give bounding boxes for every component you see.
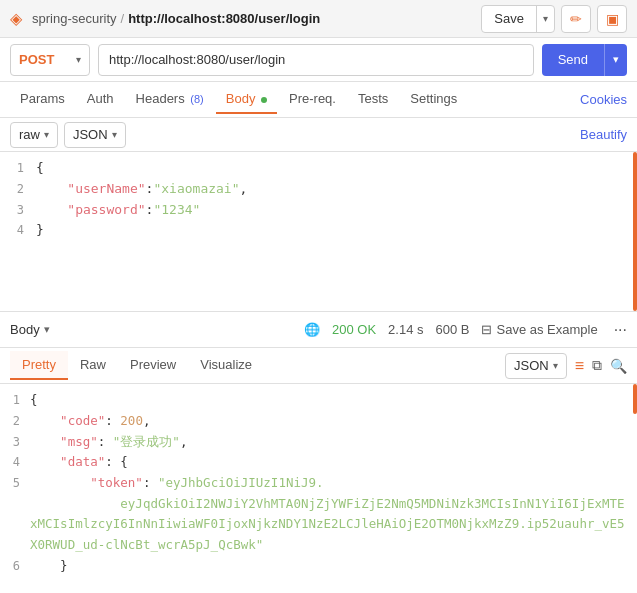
response-tab-nav: Pretty Raw Preview Visualize JSON ▾ ≡ ⧉ … [0,348,637,384]
body-dot [261,97,267,103]
response-stats: 🌐 200 OK 2.14 s 600 B ⊟ Save as Example … [304,321,627,339]
response-bar: Body ▾ 🌐 200 OK 2.14 s 600 B ⊟ Save as E… [0,312,637,348]
tab-prereq[interactable]: Pre-req. [279,85,346,114]
format-select[interactable]: raw ▾ [10,122,58,148]
copy-icon[interactable]: ⧉ [592,357,602,374]
save-button[interactable]: Save ▾ [481,5,555,33]
json-type-label: JSON [73,127,108,142]
method-select[interactable]: POST ▾ [10,44,90,76]
save-button-label[interactable]: Save [482,11,536,26]
body-text: Body [10,322,40,337]
response-json-select[interactable]: JSON ▾ [505,353,567,379]
code-line-1: 1 { [0,158,637,179]
format-label: raw [19,127,40,142]
response-json-label: JSON [514,358,549,373]
response-body: 1 { 2 "code": 200, 3 "msg": "登录成功", 4 "d… [0,384,637,593]
edit-button[interactable]: ✏ [561,5,591,33]
edit-icon: ✏ [570,11,582,27]
json-type-arrow: ▾ [112,129,117,140]
top-bar-actions: Save ▾ ✏ ▣ [481,5,627,33]
tab-visualize[interactable]: Visualize [188,351,264,380]
breadcrumb: spring-security / http://localhost:8080/… [32,11,473,26]
tab-tests[interactable]: Tests [348,85,398,114]
response-time: 2.14 s [388,322,423,337]
save-example-button[interactable]: ⊟ Save as Example [481,322,597,337]
beautify-button[interactable]: Beautify [580,127,627,142]
tab-preview[interactable]: Preview [118,351,188,380]
tab-settings[interactable]: Settings [400,85,467,114]
body-subnav: raw ▾ JSON ▾ Beautify [0,118,637,152]
response-status: 200 OK [332,322,376,337]
request-tab-nav: Params Auth Headers (8) Body Pre-req. Te… [0,82,637,118]
save-example-label: Save as Example [496,322,597,337]
code-line-2: 2 "userName":"xiaomazai", [0,179,637,200]
resp-line-6: 6 } [0,556,637,577]
response-json-arrow: ▾ [553,360,558,371]
comment-icon: ▣ [606,11,619,27]
request-body-editor[interactable]: 1 { 2 "userName":"xiaomazai", 3 "passwor… [0,152,637,312]
breadcrumb-sep: / [121,11,125,26]
headers-badge: (8) [190,93,203,105]
save-icon: ⊟ [481,322,492,337]
response-body-label: Body ▾ [10,322,50,337]
send-button[interactable]: Send ▾ [542,44,627,76]
app-logo: ◈ [10,9,22,28]
tab-headers[interactable]: Headers (8) [126,85,214,114]
tab-raw[interactable]: Raw [68,351,118,380]
url-input[interactable] [98,44,534,76]
filter-icon[interactable]: ≡ [575,357,584,375]
response-scrollbar[interactable] [633,384,637,414]
save-dropdown-arrow[interactable]: ▾ [536,6,554,32]
comment-button[interactable]: ▣ [597,5,627,33]
breadcrumb-url: http://localhost:8080/user/login [128,11,320,26]
top-bar: ◈ spring-security / http://localhost:808… [0,0,637,38]
code-line-4: 4 } [0,220,637,241]
code-line-3: 3 "password":"1234" [0,200,637,221]
response-tab-actions: JSON ▾ ≡ ⧉ 🔍 [505,353,627,379]
tab-params[interactable]: Params [10,85,75,114]
more-options-button[interactable]: ··· [614,321,627,339]
method-dropdown-arrow: ▾ [76,54,81,65]
resp-line-1: 1 { [0,390,637,411]
editor-scrollbar[interactable] [633,152,637,311]
tab-body[interactable]: Body [216,85,277,114]
globe-icon: 🌐 [304,322,320,337]
resp-line-4: 4 "data": { [0,452,637,473]
resp-line-3: 3 "msg": "登录成功", [0,432,637,453]
tab-nav-items: Params Auth Headers (8) Body Pre-req. Te… [10,85,580,114]
method-label: POST [19,52,54,67]
format-arrow: ▾ [44,129,49,140]
resp-line-5: 5 "token": "eyJhbGciOiJIUzI1NiJ9. eyJqdG… [0,473,637,556]
json-type-select[interactable]: JSON ▾ [64,122,126,148]
resp-line-2: 2 "code": 200, [0,411,637,432]
breadcrumb-project: spring-security [32,11,117,26]
cookies-button[interactable]: Cookies [580,92,627,107]
url-bar: POST ▾ Send ▾ [0,38,637,82]
send-dropdown-arrow[interactable]: ▾ [604,44,627,76]
body-arrow[interactable]: ▾ [44,323,50,336]
send-button-label: Send [542,52,604,67]
response-size: 600 B [436,322,470,337]
tab-pretty[interactable]: Pretty [10,351,68,380]
search-icon[interactable]: 🔍 [610,358,627,374]
tab-auth[interactable]: Auth [77,85,124,114]
